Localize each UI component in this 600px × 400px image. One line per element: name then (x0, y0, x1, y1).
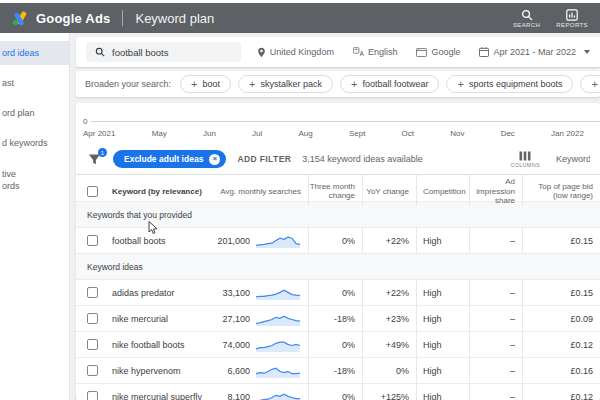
filter-count-badge: 1 (98, 148, 107, 157)
search-button[interactable]: SEARCH (513, 9, 540, 28)
sidebar-item-forecast[interactable]: ast (0, 71, 69, 95)
search-toolbar: football boots United Kingdom (76, 37, 600, 67)
calendar-icon (479, 47, 489, 57)
broaden-chip-sports-equipment-boots[interactable]: + sports equipment boots (446, 75, 573, 93)
col-header-top-of-page-bid[interactable]: Top of page bid (low range) (522, 175, 600, 206)
location-selector[interactable]: United Kingdom (257, 47, 334, 58)
network-icon (416, 48, 427, 57)
location-value: United Kingdom (270, 47, 334, 57)
row-checkbox[interactable] (87, 391, 98, 400)
filter-button[interactable]: 1 (88, 152, 102, 166)
select-all-checkbox[interactable] (87, 186, 98, 197)
yoy-change-cell: +22% (362, 228, 416, 253)
competition-cell: High (416, 228, 469, 253)
language-value: English (368, 47, 398, 57)
avg-searches-value: 74,000 (222, 340, 250, 350)
ad-impression-share-cell: – (469, 358, 522, 383)
chip-label: football footwear (362, 79, 428, 89)
three-month-change-cell: -18% (308, 358, 362, 383)
reports-button[interactable]: REPORTS (556, 9, 588, 28)
table-row[interactable]: football boots 201,000 0% +22% High – £0… (76, 228, 600, 254)
col-header-ad-impression-share[interactable]: Ad impression share (469, 175, 522, 206)
keyword-cell: nike hypervenom (106, 358, 216, 383)
col-header-yoy-change[interactable]: YoY change (362, 175, 416, 206)
yoy-change-cell: +22% (362, 280, 416, 305)
body: ord ideas ast ord plan d keywords tive o… (0, 33, 600, 400)
close-icon[interactable]: × (209, 154, 220, 165)
three-month-change-cell: 0% (308, 228, 362, 253)
top-of-page-bid-cell: £0.15 (522, 280, 600, 305)
brand-name: Google Ads (36, 11, 110, 26)
table-header-row: Keyword (by relevance) Avg. monthly sear… (76, 175, 600, 202)
search-icon (95, 47, 105, 57)
plus-icon: + (351, 79, 357, 90)
top-of-page-bid-cell: £0.12 (522, 384, 600, 400)
ad-impression-share-cell: – (469, 332, 522, 357)
sidebar-item-saved-keywords[interactable]: d keywords (0, 131, 69, 155)
row-checkbox[interactable] (87, 339, 98, 350)
avg-searches-value: 6,600 (227, 366, 250, 376)
exclude-adult-ideas-chip[interactable]: Exclude adult ideas × (113, 150, 226, 168)
toolbar-settings: United Kingdom English (257, 47, 590, 58)
keyword-cell: nike football boots (106, 332, 216, 357)
row-checkbox[interactable] (87, 235, 98, 246)
yoy-change-cell: 0% (362, 358, 416, 383)
top-of-page-bid-cell: £0.12 (522, 332, 600, 357)
col-header-avg-monthly-searches[interactable]: Avg. monthly searches (216, 175, 308, 206)
ad-impression-share-cell: – (469, 384, 522, 400)
axis-line (91, 121, 600, 122)
sidebar-item-keyword-ideas[interactable]: ord ideas (0, 41, 69, 65)
table-row[interactable]: adidas predator 33,100 0% +22% High – £0… (76, 280, 600, 306)
col-header-competition[interactable]: Competition (416, 175, 469, 206)
reports-icon (566, 9, 578, 21)
col-header-three-month-change[interactable]: Three month change (308, 175, 362, 206)
topbar-actions: SEARCH REPORTS (513, 9, 588, 28)
network-selector[interactable]: Google (416, 47, 460, 57)
table-row[interactable]: nike mercurial superfly 8,100 0% +125% H… (76, 384, 600, 400)
columns-button[interactable]: COLUMNS (510, 151, 540, 168)
broaden-chip-football[interactable]: + football (580, 75, 600, 93)
axis-zero-label: 0 (83, 117, 87, 126)
avg-searches-value: 33,100 (222, 288, 250, 298)
table-row[interactable]: nike mercurial 27,100 -18% +23% High – £… (76, 306, 600, 332)
row-checkbox[interactable] (87, 313, 98, 324)
month-label: Jun (203, 129, 216, 138)
plus-icon: + (249, 79, 255, 90)
col-header-keyword[interactable]: Keyword (by relevance) (106, 175, 216, 206)
broaden-chip-skystalker-pack[interactable]: + skystalker pack (238, 75, 333, 93)
three-month-change-cell: 0% (308, 280, 362, 305)
yoy-change-cell: +49% (362, 332, 416, 357)
results-panel: 0 Apr 2021 May Jun Jul Aug Sept Oct Nov … (76, 103, 600, 400)
keyword-search-value: football boots (112, 47, 169, 58)
table-row[interactable]: nike hypervenom 6,600 -18% 0% High – £0.… (76, 358, 600, 384)
volume-chart-axis: 0 Apr 2021 May Jun Jul Aug Sept Oct Nov … (76, 103, 600, 144)
row-checkbox[interactable] (87, 287, 98, 298)
search-icon (521, 9, 533, 21)
translate-icon (353, 47, 364, 57)
table-row[interactable]: nike football boots 74,000 0% +49% High … (76, 332, 600, 358)
sidebar: ord ideas ast ord plan d keywords tive o… (0, 33, 70, 400)
row-checkbox[interactable] (87, 365, 98, 376)
top-of-page-bid-cell: £0.15 (522, 228, 600, 253)
sidebar-item-negative-keywords[interactable]: tive ords (0, 162, 69, 198)
month-label: Dec (501, 129, 515, 138)
avg-searches-value: 8,100 (227, 392, 250, 400)
keyword-cell: nike mercurial (106, 306, 216, 331)
sidebar-item-keyword-plan[interactable]: ord plan (0, 101, 69, 125)
month-label: Nov (450, 129, 464, 138)
date-range-value: Apr 2021 - Mar 2022 (493, 47, 576, 57)
broaden-chip-boot[interactable]: + boot (180, 75, 231, 93)
month-label: Oct (402, 129, 414, 138)
chip-label: sports equipment boots (469, 79, 563, 89)
language-selector[interactable]: English (353, 47, 398, 57)
broaden-chip-football-footwear[interactable]: + football footwear (340, 75, 439, 93)
date-range-selector[interactable]: Apr 2021 - Mar 2022 (479, 47, 590, 57)
competition-cell: High (416, 280, 469, 305)
month-label: Jan 2022 (551, 129, 584, 138)
ad-impression-share-cell: – (469, 280, 522, 305)
view-selector[interactable]: Keyword (556, 154, 590, 164)
keyword-search-input[interactable]: football boots (86, 42, 241, 62)
search-trend-sparkline (255, 233, 301, 249)
add-filter-button[interactable]: ADD FILTER (237, 154, 291, 164)
top-bar: Google Ads Keyword plan SEARCH REPORTS (0, 3, 600, 33)
